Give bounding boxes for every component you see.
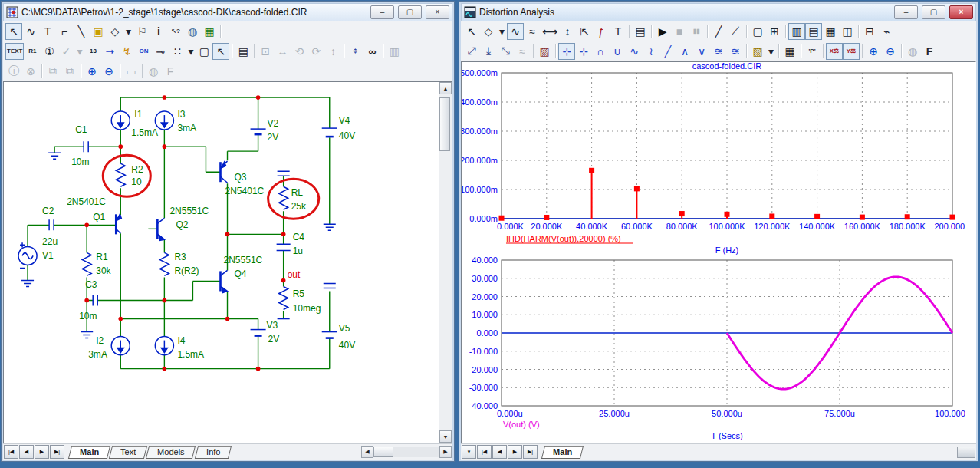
schematic-titlebar[interactable]: C:\MC9\DATA\Petrov\1-2_stage\1stage\casc… [3,3,452,21]
global-low-icon[interactable]: ∨ [693,43,710,60]
font-select-icon[interactable]: F [921,43,938,60]
select-tool-icon[interactable]: ↖ [5,23,22,40]
browse-web-icon[interactable]: ◍ [184,23,201,40]
analysis-plot-area[interactable]: cascod-folded.CIR0.000m100.000m200.000m3… [462,62,975,443]
go-to-peak-icon[interactable]: ∩ [592,43,609,60]
schematic-horizontal-scrollbar[interactable]: ◀ ▶ [361,446,452,458]
cube-dropdown-icon[interactable]: ▾ [766,43,776,60]
shape-tool-icon[interactable]: ◇ [107,23,123,40]
tab-nav-button[interactable]: |◀ [4,445,18,459]
go-to-slope-icon[interactable]: ╱ [659,43,676,60]
fit-x-scale-icon[interactable]: ⤢ [463,43,480,60]
shape-dropdown-icon[interactable]: ▾ [497,23,507,40]
zoom-out-icon[interactable]: ⊖ [882,43,899,60]
line-point-tool-icon[interactable]: ⟋ [727,23,744,40]
properties-icon[interactable]: ▤ [235,43,252,60]
border-display-icon[interactable]: ▢ [196,43,212,60]
split-panel-icon[interactable]: ⊟ [861,23,878,40]
shape-tool-icon[interactable]: ◇ [480,23,497,40]
envelope-bottom-icon[interactable]: ≋ [710,43,727,60]
cross-cursor-mode-icon[interactable]: ↖ [212,43,229,60]
tab-nav-button[interactable]: ▶| [50,445,64,459]
tab-nav-button[interactable]: ◀ [19,445,34,459]
fit-both-scales-icon[interactable]: ⤡ [497,43,514,60]
align-waveforms-icon[interactable]: ≈ [524,23,541,40]
grid-dropdown-icon[interactable]: ▾ [186,43,196,60]
scope-mode-icon[interactable]: ∿ [507,23,524,40]
ortho-wire-tool-icon[interactable]: ⌐ [56,23,73,40]
component-cube-icon[interactable]: ▧ [749,43,766,60]
tab-nav-button[interactable]: ▶ [35,445,49,459]
line-tool-icon[interactable]: ╲ [73,23,90,40]
text-mode-icon[interactable]: T [610,23,626,40]
y-scale-lock-icon[interactable]: Y⚖ [843,43,860,60]
vertical-scroll-thumb[interactable] [439,97,450,151]
grid-pattern-minor-icon[interactable]: ◫ [839,23,856,40]
region-enable-icon[interactable]: ▦ [201,23,218,40]
maximize-button[interactable]: ▢ [398,5,422,19]
cursor-right-icon[interactable]: ⊹ [575,43,592,60]
zoom-in-icon[interactable]: ⊕ [84,63,100,80]
global-high-icon[interactable]: ∧ [676,43,693,60]
wire-mode-icon[interactable]: ∿ [22,23,39,40]
close-button[interactable]: × [426,5,449,19]
tab-main[interactable]: Main [68,446,110,459]
find-component-icon[interactable]: ⌖ [347,43,363,60]
grid-pattern-vertical-icon[interactable]: ▥ [788,23,805,40]
info-mode-icon[interactable]: i [150,23,167,40]
zoom-in-icon[interactable]: ⊕ [865,43,882,60]
tab-info[interactable]: Info [195,446,232,459]
fit-y-scale-icon[interactable]: ⤓ [480,43,497,60]
minimize-button[interactable]: – [370,5,394,19]
cursor-left-icon[interactable]: ⊹ [558,43,575,60]
local-max-icon[interactable]: ∿ [626,43,643,60]
node-numbers-display-icon[interactable]: ① [41,43,58,60]
schematic-canvas[interactable]: I11.5mAI33mAC110mR2102N5401CC222uQ12N555… [4,82,439,443]
schematic-vertical-scrollbar[interactable]: ▲ ▼ [439,82,452,443]
p-key-state-icon[interactable]: 'P' [804,43,821,60]
go-to-valley-icon[interactable]: ∪ [609,43,626,60]
find-icon[interactable]: ∞ [363,43,380,60]
tab-text[interactable]: Text [109,446,147,459]
local-min-icon[interactable]: ≀ [643,43,659,60]
tab-nav-button[interactable]: ◀ [492,445,507,459]
numeric-output-icon[interactable]: ▦ [781,43,798,60]
grid-pattern-horizontal-icon[interactable]: ▤ [805,23,822,40]
scroll-down-icon[interactable]: ▼ [439,430,452,443]
pin-numbers-display-icon[interactable]: 13 [84,43,101,60]
chart-legend[interactable]: IHD(HARM(V(out)),20000) (%) [506,234,621,243]
text-mode-icon[interactable]: T [39,23,56,40]
tab-nav-button[interactable]: |◀ [477,445,492,459]
current-display-icon[interactable]: ➝ [101,43,118,60]
scroll-left-icon[interactable]: ◀ [361,446,373,458]
chart-legend[interactable]: V(out) (V) [503,420,540,429]
data-point-grid-icon[interactable]: ⊞ [766,23,783,40]
grid-display-icon[interactable]: ∷ [169,43,186,60]
tag-value-icon[interactable]: ⇱ [576,23,593,40]
vertical-measure-icon[interactable]: ↕ [559,23,576,40]
grid-pattern-both-icon[interactable]: ▦ [822,23,839,40]
flag-tool-icon[interactable]: ⚐ [133,23,150,40]
select-region-icon[interactable]: ▢ [749,23,766,40]
run-button-icon[interactable]: ▶ [654,23,671,40]
properties-icon[interactable]: ▤ [632,23,649,40]
tab-nav-button[interactable]: ▾ [462,445,476,459]
scope-settings-icon[interactable]: ▨ [536,43,553,60]
horizontal-measure-icon[interactable]: ⟷ [541,23,559,40]
tab-nav-button[interactable]: ▶ [508,445,522,459]
pin-connection-display-icon[interactable]: ⊸ [152,43,169,60]
help-mode-icon[interactable]: ↖? [167,23,184,40]
component-tool-icon[interactable]: ▣ [90,23,107,40]
tab-nav-button[interactable]: ▶| [523,445,538,459]
trim-curve-icon[interactable]: ⌁ [878,23,895,40]
close-button[interactable]: × [949,5,973,19]
scroll-right-icon[interactable]: ▶ [439,446,452,458]
envelope-top-icon[interactable]: ≋ [727,43,744,60]
select-tool-icon[interactable]: ↖ [463,23,480,40]
grid-text-display-icon[interactable]: TEXT [5,43,24,60]
tab-main[interactable]: Main [541,446,584,459]
analysis-titlebar[interactable]: Distortion Analysis – ▢ × [461,3,976,21]
minimize-button[interactable]: – [894,5,918,19]
shape-dropdown-icon[interactable]: ▾ [123,23,133,40]
x-scale-lock-icon[interactable]: X⚖ [826,43,843,60]
